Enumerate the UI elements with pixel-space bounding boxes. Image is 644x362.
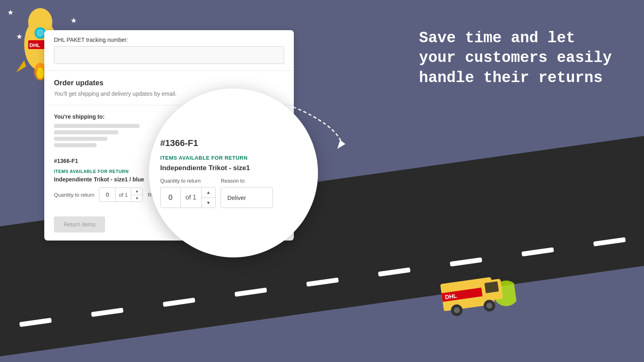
- address-line4: [54, 143, 97, 147]
- return-button[interactable]: Return items: [54, 216, 105, 232]
- magnify-qty-label: Quantity to return: [160, 178, 200, 184]
- magnify-reason-text: Deliver: [227, 194, 246, 201]
- svg-marker-4: [16, 60, 26, 72]
- truck-icon: DHL: [431, 263, 518, 326]
- magnify-overlay: #1366-F1 ITEMS AVAILABLE FOR RETURN Inde…: [149, 88, 318, 257]
- address-line3: [54, 137, 107, 141]
- headline-line1: Save time and let: [419, 29, 575, 47]
- magnify-qty-value: 0: [161, 187, 181, 208]
- tracking-section: DHL PAKET tracking number:: [44, 30, 294, 71]
- magnify-content: #1366-F1 ITEMS AVAILABLE FOR RETURN Inde…: [149, 128, 318, 218]
- magnify-controls: 0 of 1 ▲ ▼ Deliver: [160, 187, 307, 208]
- svg-point-9: [37, 68, 44, 79]
- qty-arrows: ▲ ▼: [131, 188, 142, 202]
- qty-of: of 1: [116, 188, 131, 202]
- address-line1: [54, 124, 140, 128]
- headline-line2: your customers easily: [419, 49, 612, 66]
- headline-text: Save time and let your customers easily …: [419, 28, 612, 88]
- magnify-qty-control: 0 of 1 ▲ ▼: [160, 187, 216, 208]
- magnify-qty-of: of 1: [181, 187, 202, 208]
- svg-point-7: [36, 29, 44, 37]
- svg-text:DHL: DHL: [29, 42, 40, 48]
- qty-down-button[interactable]: ▼: [131, 195, 142, 202]
- truck-container: DHL: [431, 263, 519, 327]
- magnify-reason-label: Reason to: [221, 178, 244, 184]
- magnify-qty-arrows: ▲ ▼: [202, 187, 215, 208]
- headline-line3: handle their returns: [419, 69, 603, 86]
- svg-marker-10: [337, 140, 345, 149]
- order-updates-title: Order updates: [54, 79, 284, 87]
- tracking-input[interactable]: [54, 46, 284, 64]
- qty-value: 0: [99, 188, 116, 202]
- magnify-row-labels: Quantity to return Reason to: [160, 178, 307, 184]
- shipping-address: You're shipping to:: [54, 113, 161, 150]
- svg-rect-14: [484, 281, 499, 293]
- magnify-order-id: #1366-F1: [160, 138, 307, 148]
- qty-label: Quantity to return: [54, 192, 94, 198]
- tracking-label: DHL PAKET tracking number:: [54, 37, 284, 43]
- qty-up-button[interactable]: ▲: [131, 188, 142, 195]
- magnify-item-name: Independiente Trikot - size1: [160, 164, 307, 172]
- magnify-qty-down-button[interactable]: ▼: [202, 198, 215, 208]
- address-line2: [54, 130, 118, 134]
- magnify-reason-button[interactable]: Deliver: [221, 187, 273, 208]
- magnify-qty-up-button[interactable]: ▲: [202, 187, 215, 198]
- headline-container: Save time and let your customers easily …: [419, 28, 612, 88]
- magnify-items-header: ITEMS AVAILABLE FOR RETURN: [160, 155, 307, 161]
- quantity-control: 0 of 1 ▲ ▼: [99, 187, 143, 202]
- shipping-label: You're shipping to:: [54, 113, 161, 120]
